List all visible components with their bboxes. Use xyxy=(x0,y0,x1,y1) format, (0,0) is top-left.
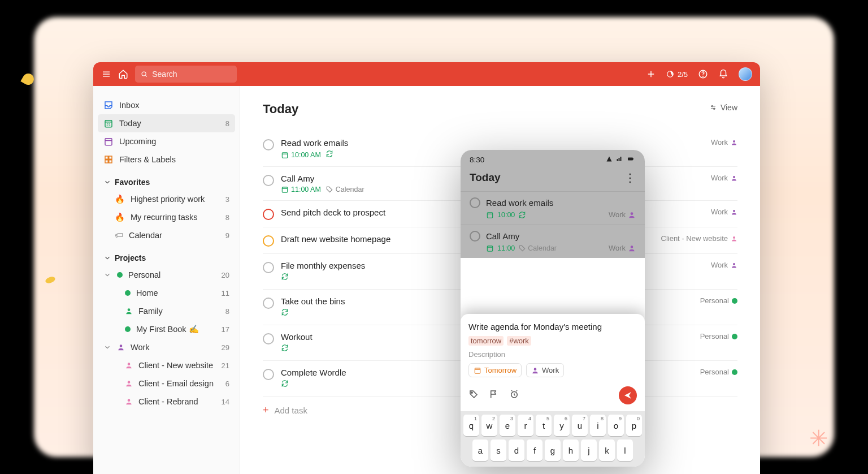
projects-header[interactable]: Projects xyxy=(98,250,235,266)
svg-rect-33 xyxy=(282,187,287,192)
person-icon xyxy=(731,139,737,146)
svg-point-36 xyxy=(733,210,735,212)
task-checkbox[interactable] xyxy=(263,209,274,220)
task-tag-label: Client - New website xyxy=(661,234,728,243)
favorites-header[interactable]: Favorites xyxy=(98,174,235,190)
chip-tomorrow[interactable]: tomorrow xyxy=(468,336,504,346)
keyboard-key[interactable]: j xyxy=(581,439,597,461)
sidebar-item-upcoming[interactable]: Upcoming xyxy=(98,132,235,150)
progress-indicator[interactable]: 2/5 xyxy=(666,70,688,79)
keyboard-key[interactable]: a xyxy=(472,439,488,461)
favorite-item[interactable]: 🔥 My recurring tasks 8 xyxy=(98,208,235,226)
chip-work[interactable]: #work xyxy=(507,336,531,346)
help-icon[interactable] xyxy=(698,69,708,79)
sidebar: Inbox 21 Today 8 Upcoming Filters & Labe… xyxy=(93,86,240,474)
page-title: Today xyxy=(263,102,298,117)
keyboard-key[interactable]: d xyxy=(509,439,524,461)
keyboard-key[interactable]: 4r xyxy=(518,415,533,436)
svg-point-21 xyxy=(128,308,131,311)
project-subitem[interactable]: Client - New website 21 xyxy=(98,356,235,374)
task-checkbox[interactable] xyxy=(263,369,274,380)
project-item-work[interactable]: Work 29 xyxy=(98,338,235,356)
recur-icon xyxy=(326,150,333,160)
sidebar-item-filters[interactable]: Filters & Labels xyxy=(98,150,235,169)
view-label: View xyxy=(721,103,737,112)
search-box[interactable] xyxy=(135,66,237,83)
app-window: 2/5 Inbox 21 Today 8 Upco xyxy=(93,62,760,474)
favorite-item[interactable]: 🏷 Calendar 9 xyxy=(98,226,235,244)
keyboard-key[interactable]: 8i xyxy=(590,415,606,436)
svg-point-3 xyxy=(142,72,146,76)
keyboard-key[interactable]: h xyxy=(563,439,579,461)
send-button[interactable] xyxy=(619,386,637,404)
project-subitem[interactable]: Client - Rebrand 14 xyxy=(98,393,235,411)
task-project-tag[interactable]: Personal xyxy=(700,368,737,376)
keyboard-key[interactable]: s xyxy=(491,439,506,461)
sidebar-item-inbox[interactable]: Inbox xyxy=(98,96,235,114)
task-checkbox[interactable] xyxy=(263,298,274,309)
option-project-work[interactable]: Work xyxy=(526,363,564,377)
mobile-task-tag: Work xyxy=(609,244,636,252)
mobile-task-row[interactable]: Read work emails 10:00 Work xyxy=(461,191,645,225)
project-subitem[interactable]: My First Book ✍️ 17 xyxy=(98,320,235,338)
keyboard-key[interactable]: 5t xyxy=(536,415,552,436)
task-project-tag[interactable]: Work xyxy=(711,208,737,216)
keyboard-key[interactable]: 9o xyxy=(608,415,624,436)
alarm-icon[interactable] xyxy=(509,389,519,402)
svg-rect-18 xyxy=(109,156,112,159)
keyboard-key[interactable]: 1q xyxy=(463,415,479,436)
keyboard-key[interactable]: 2w xyxy=(481,415,497,436)
task-project-tag[interactable]: Work xyxy=(711,174,737,182)
mobile-description[interactable]: Description xyxy=(468,350,637,359)
svg-rect-13 xyxy=(105,139,112,145)
mobile-task-checkbox[interactable] xyxy=(470,231,480,242)
search-input[interactable] xyxy=(152,70,231,79)
task-project-tag[interactable]: Personal xyxy=(700,296,737,305)
svg-point-35 xyxy=(733,176,735,178)
project-subitem[interactable]: Family 8 xyxy=(98,302,235,320)
task-checkbox[interactable] xyxy=(263,175,274,186)
favorite-item[interactable]: 🔥 Highest priority work 3 xyxy=(98,190,235,208)
keyboard-key[interactable]: g xyxy=(545,439,561,461)
mobile-more-icon[interactable]: ⋮ xyxy=(624,171,636,184)
project-item-personal[interactable]: Personal 20 xyxy=(98,266,235,284)
task-project-tag[interactable]: Work xyxy=(711,261,737,269)
svg-rect-44 xyxy=(487,245,492,251)
home-icon[interactable] xyxy=(118,69,128,79)
progress-text: 2/5 xyxy=(678,70,688,79)
keyboard-key[interactable]: k xyxy=(599,439,615,461)
flag-icon[interactable] xyxy=(489,389,499,402)
person-icon xyxy=(125,361,133,369)
task-project-tag[interactable]: Personal xyxy=(700,332,737,341)
project-subitem[interactable]: Home 11 xyxy=(98,284,235,302)
task-checkbox[interactable] xyxy=(263,139,274,150)
chevron-down-icon xyxy=(103,343,111,351)
avatar[interactable] xyxy=(739,67,752,81)
task-checkbox[interactable] xyxy=(263,262,274,273)
task-project-tag[interactable]: Client - New website xyxy=(661,234,738,243)
label-icon[interactable] xyxy=(468,389,479,402)
menu-icon[interactable] xyxy=(101,69,111,79)
keyboard-key[interactable]: 7u xyxy=(572,415,588,436)
project-subitem[interactable]: Client - Email design 6 xyxy=(98,374,235,393)
notification-icon[interactable] xyxy=(718,69,728,79)
view-button[interactable]: View xyxy=(709,103,737,112)
task-project-tag[interactable]: Work xyxy=(711,138,737,146)
task-checkbox[interactable] xyxy=(263,235,274,247)
mobile-task-row[interactable]: Call Amy 11:00 Calendar Work xyxy=(461,225,645,258)
add-icon[interactable] xyxy=(646,69,656,79)
option-label: Tomorrow xyxy=(484,366,517,374)
project-count: 17 xyxy=(222,325,229,334)
keyboard-key[interactable]: f xyxy=(527,439,542,461)
keyboard-key[interactable]: 0p xyxy=(626,415,642,436)
task-checkbox[interactable] xyxy=(263,333,274,344)
keyboard-key[interactable]: 3e xyxy=(500,415,515,436)
mobile-task-checkbox[interactable] xyxy=(470,197,480,208)
project-count: 21 xyxy=(222,361,229,370)
keyboard-key[interactable]: l xyxy=(617,439,633,461)
sidebar-item-today[interactable]: 21 Today 8 xyxy=(98,114,235,132)
mobile-task-input[interactable]: Write agenda for Monday's meeting xyxy=(468,322,637,331)
plus-icon: + xyxy=(263,404,269,416)
keyboard-key[interactable]: 6y xyxy=(554,415,570,436)
option-due-tomorrow[interactable]: Tomorrow xyxy=(468,363,522,377)
